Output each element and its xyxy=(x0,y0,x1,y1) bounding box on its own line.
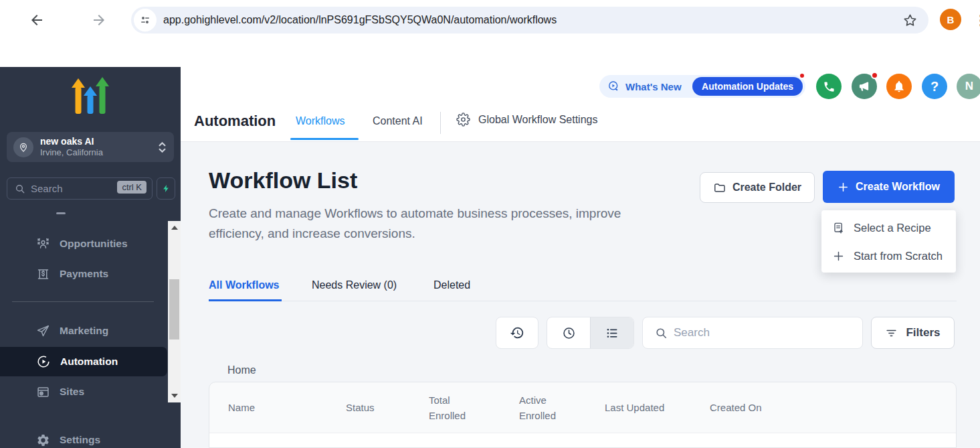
tab-content-ai[interactable]: Content AI xyxy=(373,115,423,127)
column-header-name[interactable]: Name xyxy=(228,400,346,415)
chevron-down-icon xyxy=(159,148,166,153)
bell-icon xyxy=(892,80,906,93)
chevron-up-icon xyxy=(159,142,166,147)
browser-back-button[interactable] xyxy=(25,9,48,31)
sidebar-item-payments[interactable]: Payments xyxy=(0,260,167,287)
filter-icon xyxy=(885,327,898,339)
scrollbar-down-arrow[interactable] xyxy=(168,390,181,401)
sidebar-item-label: Payments xyxy=(60,268,108,280)
sidebar-item-label: Sites xyxy=(60,386,84,398)
column-header-created-on[interactable]: Created On xyxy=(710,400,884,415)
browser-window: app.gohighlevel.com/v2/location/lnPS691g… xyxy=(0,0,980,448)
dropdown-item-label: Select a Recipe xyxy=(854,222,931,234)
browser-menu-icon[interactable]: ⋮ xyxy=(974,12,980,28)
automation-icon xyxy=(36,354,51,369)
tab-all-workflows[interactable]: All Workflows xyxy=(209,279,280,291)
scrollbar-thumb[interactable] xyxy=(169,279,179,340)
quick-actions-button[interactable] xyxy=(157,177,175,200)
phone-button[interactable] xyxy=(816,74,842,99)
sidebar-item-automation[interactable]: Automation xyxy=(0,347,167,376)
tabs-bottom-border xyxy=(209,301,957,301)
tab-needs-review[interactable]: Needs Review (0) xyxy=(312,279,397,291)
view-toggle-list[interactable] xyxy=(591,317,633,348)
marketing-icon xyxy=(36,324,50,338)
column-header-total-enrolled[interactable]: Total Enrolled xyxy=(429,392,519,423)
app-header: Automation Workflows Content AI Global W… xyxy=(181,67,980,142)
whats-new-button[interactable]: What's New Automation Updates xyxy=(599,75,805,98)
phone-icon xyxy=(823,80,836,93)
header-divider xyxy=(440,112,441,134)
gohighlevel-logo xyxy=(72,77,109,116)
bookmark-star-button[interactable] xyxy=(902,13,918,28)
column-header-active-enrolled[interactable]: Active Enrolled xyxy=(519,392,605,423)
enrollment-history-button[interactable] xyxy=(496,317,538,349)
notification-dot xyxy=(871,72,878,79)
payments-icon xyxy=(36,267,50,281)
sidebar-search-input[interactable] xyxy=(31,183,104,194)
sidebar-item-label: Opportunities xyxy=(60,238,128,250)
dropdown-item-select-recipe[interactable]: Select a Recipe xyxy=(821,214,956,242)
notifications-button[interactable] xyxy=(886,74,912,99)
gear-icon xyxy=(456,113,470,127)
create-folder-button[interactable]: Create Folder xyxy=(700,172,815,203)
column-header-last-updated[interactable]: Last Updated xyxy=(605,400,710,415)
settings-gear-icon xyxy=(36,433,50,447)
sidebar-item-settings[interactable]: Settings xyxy=(0,427,167,448)
search-icon xyxy=(15,183,25,194)
workflow-table: Name Status Total Enrolled Active Enroll… xyxy=(209,382,957,448)
global-workflow-settings-button[interactable]: Global Workflow Settings xyxy=(456,113,597,127)
sidebar-search[interactable]: ctrl K xyxy=(7,177,153,200)
recipe-document-icon xyxy=(832,222,845,234)
location-switcher[interactable]: new oaks AI Irvine, California xyxy=(7,132,174,162)
sidebar-item-opportunities[interactable]: Opportunities xyxy=(0,230,167,257)
question-mark-icon: ? xyxy=(930,79,939,94)
view-toggle-time[interactable] xyxy=(547,317,590,348)
sidebar-item-sites[interactable]: Sites xyxy=(0,378,167,405)
whats-new-icon xyxy=(607,80,620,93)
automation-updates-badge[interactable]: Automation Updates xyxy=(692,77,803,96)
megaphone-icon xyxy=(858,80,871,93)
workflow-search[interactable] xyxy=(642,317,863,349)
browser-profile-avatar[interactable]: B xyxy=(940,9,961,30)
browser-forward-button[interactable] xyxy=(88,9,110,31)
column-header-status[interactable]: Status xyxy=(346,400,429,415)
address-bar[interactable]: app.gohighlevel.com/v2/location/lnPS691g… xyxy=(131,7,928,33)
whats-new-label: What's New xyxy=(625,81,682,92)
create-workflow-button[interactable]: Create Workflow xyxy=(823,171,955,203)
star-icon xyxy=(902,13,918,28)
create-folder-label: Create Folder xyxy=(732,181,801,194)
scrolled-item-remnant xyxy=(56,212,66,214)
breadcrumb[interactable]: Home xyxy=(227,364,256,376)
search-shortcut-badge: ctrl K xyxy=(117,181,146,194)
lightning-bolt-icon xyxy=(162,183,171,194)
sidebar-scrollbar[interactable] xyxy=(168,221,181,402)
location-name: new oaks AI xyxy=(40,136,159,147)
sidebar-item-label: Marketing xyxy=(60,325,108,337)
filters-button[interactable]: Filters xyxy=(871,317,955,349)
sidebar-divider xyxy=(12,301,154,302)
active-tab-underline xyxy=(290,138,359,140)
create-workflow-label: Create Workflow xyxy=(856,181,940,193)
create-workflow-dropdown: Select a Recipe Start from Scratch xyxy=(821,210,956,273)
view-toggle xyxy=(547,317,634,349)
sidebar-item-marketing[interactable]: Marketing xyxy=(0,317,167,344)
location-pin-icon xyxy=(13,137,33,157)
page-description: Create and manage Workflows to automate … xyxy=(209,204,677,244)
help-button[interactable]: ? xyxy=(922,74,947,99)
tab-workflows[interactable]: Workflows xyxy=(296,115,345,127)
plus-icon xyxy=(832,250,845,263)
workflow-search-input[interactable] xyxy=(674,326,834,340)
main-content: Workflow List Create and manage Workflow… xyxy=(181,142,980,448)
bookmarks-bar: All Bookmarks xyxy=(0,40,980,64)
tab-deleted[interactable]: Deleted xyxy=(433,279,470,291)
location-switcher-chevrons xyxy=(159,142,166,153)
dropdown-item-start-from-scratch[interactable]: Start from Scratch xyxy=(821,242,956,270)
site-settings-button[interactable] xyxy=(134,9,157,31)
scrollbar-up-arrow[interactable] xyxy=(168,222,181,233)
history-icon xyxy=(510,325,524,340)
filters-label: Filters xyxy=(906,326,940,340)
user-avatar[interactable]: N xyxy=(957,74,980,99)
sidebar-item-label: Settings xyxy=(60,434,100,446)
announcements-button[interactable] xyxy=(852,74,877,99)
dropdown-item-label: Start from Scratch xyxy=(854,250,943,263)
